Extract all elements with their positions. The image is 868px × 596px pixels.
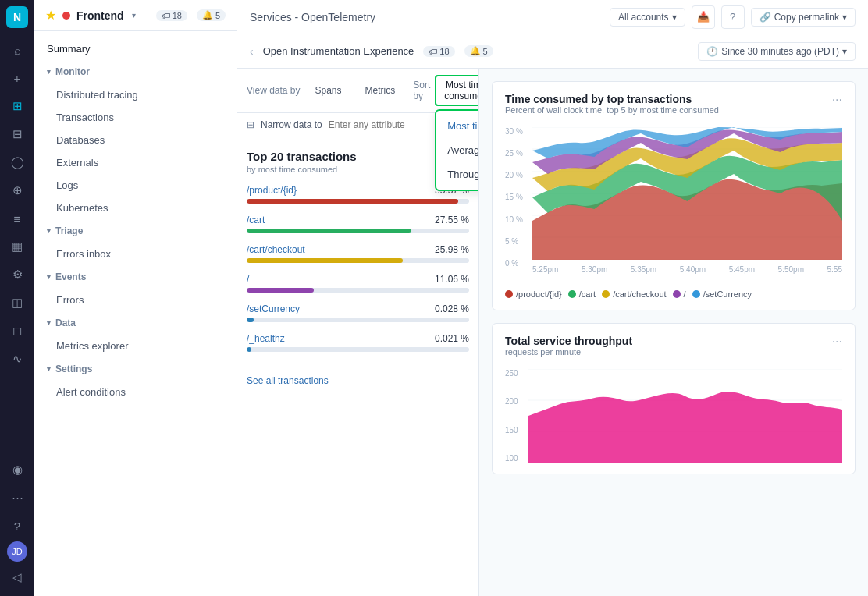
transactions-section: Top 20 transactions by most time consume…: [237, 137, 478, 596]
sort-option-avg-response[interactable]: Average response time: [436, 138, 479, 162]
collapse-settings-icon: ▾: [47, 365, 51, 373]
time-chart-svg: [532, 127, 842, 260]
throughput-svg: [528, 369, 842, 463]
sort-option-most-time[interactable]: Most time consumed: [436, 114, 479, 138]
sort-label: Sort by: [413, 80, 430, 101]
legend-dot-setcurrency: [692, 290, 700, 298]
breadcrumb-left-icon[interactable]: ‹: [250, 45, 254, 58]
sidebar-section-monitor[interactable]: ▾ Monitor: [34, 60, 237, 83]
transaction-row: /_healthz 0.021 %: [247, 333, 469, 352]
sort-section: Sort by Most time consumed ▾ Most time c…: [413, 75, 479, 106]
app-logo[interactable]: N: [6, 6, 28, 28]
collapse-data-icon: ▾: [47, 319, 51, 327]
throughput-more-icon[interactable]: ···: [832, 335, 842, 349]
transaction-row: /cart 27.55 %: [247, 215, 469, 233]
globe-icon[interactable]: ⊕: [5, 178, 30, 203]
sidebar-item-databases[interactable]: Databases: [34, 129, 237, 151]
inbox-icon-button[interactable]: 📥: [692, 5, 715, 29]
see-all-link[interactable]: See all transactions: [247, 375, 329, 386]
time-chart-title: Time consumed by top transactions: [505, 93, 719, 105]
nodes-icon[interactable]: ⋯: [5, 485, 30, 510]
sidebar-item-errors[interactable]: Errors: [34, 289, 237, 311]
transaction-name[interactable]: /product/{id}: [247, 185, 297, 196]
time-range-button[interactable]: 🕐 Since 30 minutes ago (PDT) ▾: [698, 42, 856, 61]
transaction-percent: 0.028 %: [435, 303, 469, 314]
transaction-bar: [247, 199, 458, 204]
line-chart-icon[interactable]: ∿: [5, 346, 30, 371]
narrow-label: Narrow data to: [261, 119, 322, 130]
legend-item-cart: /cart: [568, 289, 596, 299]
sidebar-item-metrics-explorer[interactable]: Metrics explorer: [34, 335, 237, 357]
icon-rail: N ⌕ + ⊞ ⊟ ◯ ⊕ ≡ ▦ ⚙ ◫ ◻ ∿ ◉ ⋯ ? JD ◁: [0, 0, 34, 596]
transaction-bar: [247, 258, 403, 263]
home-icon[interactable]: ⊞: [5, 94, 30, 119]
time-chart-legend: /product/{id} /cart /cart/checkout /: [505, 289, 842, 299]
sort-option-throughput[interactable]: Throughput: [436, 162, 479, 186]
stack-icon[interactable]: ≡: [5, 206, 30, 231]
transaction-list: /product/{id} 35.37 % /cart 27.55 % /car…: [247, 185, 469, 352]
sort-dropdown-menu: Most time consumed Average response time…: [435, 109, 479, 191]
sidebar: ★ Frontend ▾ 🏷 18 🔔 5 Summary ▾ Monitor …: [34, 0, 237, 596]
transaction-name[interactable]: /: [247, 274, 249, 285]
sidebar-item-alert-conditions[interactable]: Alert conditions: [34, 381, 237, 403]
avatar-icon[interactable]: JD: [7, 541, 27, 562]
transaction-name[interactable]: /cart/checkout: [247, 244, 305, 255]
add-icon[interactable]: +: [5, 66, 30, 90]
permalink-chevron-icon: ▾: [842, 12, 847, 23]
transaction-row: /setCurrency 0.028 %: [247, 303, 469, 322]
time-chart-y-labels: 30 % 25 % 20 % 15 % 10 % 5 % 0 %: [505, 127, 528, 268]
help-circle-icon-button[interactable]: ?: [721, 5, 745, 29]
help-icon[interactable]: ?: [5, 513, 30, 538]
sidebar-item-kubernetes[interactable]: Kubernetes: [34, 197, 237, 219]
main-content: Services - OpenTelemetry All accounts ▾ …: [237, 0, 868, 596]
accounts-chevron-icon: ▾: [672, 12, 677, 23]
service-name[interactable]: Frontend: [76, 9, 124, 22]
permalink-button[interactable]: 🔗 Copy permalink ▾: [751, 8, 856, 27]
sidebar-section-events[interactable]: ▾ Events: [34, 265, 237, 289]
sidebar-section-settings[interactable]: ▾ Settings: [34, 357, 237, 381]
sort-dropdown-button[interactable]: Most time consumed ▾: [435, 75, 479, 106]
sidebar-item-errors-inbox[interactable]: Errors inbox: [34, 243, 237, 265]
sidebar-item-externals[interactable]: Externals: [34, 151, 237, 174]
tag-icon: 🏷: [162, 11, 170, 20]
legend-item-cart-checkout: /cart/checkout: [602, 289, 666, 299]
sidebar-item-summary[interactable]: Summary: [34, 37, 237, 60]
transaction-name[interactable]: /cart: [247, 215, 265, 225]
grid-icon[interactable]: ⊟: [5, 122, 30, 147]
transaction-percent: 27.55 %: [435, 215, 469, 225]
transaction-bar-bg: [247, 199, 469, 204]
transaction-name[interactable]: /_healthz: [247, 333, 285, 344]
search-icon[interactable]: ⌕: [5, 37, 30, 62]
spans-tab-button[interactable]: Spans: [307, 81, 350, 100]
throughput-chart-area: 250 200 150 100: [505, 369, 842, 463]
metrics-tab-button[interactable]: Metrics: [357, 81, 404, 100]
time-chart-more-icon[interactable]: ···: [832, 93, 842, 107]
chart-icon[interactable]: ◫: [5, 290, 30, 315]
sidebar-item-logs[interactable]: Logs: [34, 174, 237, 197]
service-chevron-icon[interactable]: ▾: [132, 11, 136, 20]
clock-icon: 🕐: [706, 46, 718, 57]
sidebar-section-triage[interactable]: ▾ Triage: [34, 219, 237, 243]
collapse-events-icon: ▾: [47, 273, 51, 281]
throughput-chart-card: Total service throughput requests per mi…: [492, 323, 856, 474]
alert-badge-subheader: 🔔 5: [464, 45, 493, 57]
sidebar-section-data[interactable]: ▾ Data: [34, 311, 237, 335]
star-icon[interactable]: ★: [45, 8, 56, 23]
transaction-row: /cart/checkout 25.98 %: [247, 244, 469, 263]
transaction-name[interactable]: /setCurrency: [247, 303, 300, 314]
sidebar-item-transactions[interactable]: Transactions: [34, 106, 237, 129]
sort-current-label: Most time consumed: [444, 80, 479, 101]
page-title: Services - OpenTelemetry: [250, 11, 375, 23]
top-bar: Services - OpenTelemetry All accounts ▾ …: [237, 0, 868, 34]
collapse-rail-icon[interactable]: ◁: [5, 565, 30, 590]
file-icon[interactable]: ◻: [5, 318, 30, 343]
wrench-icon[interactable]: ⚙: [5, 262, 30, 287]
throughput-y-labels: 250 200 150 100: [505, 369, 528, 463]
bell-icon[interactable]: ◯: [5, 150, 30, 175]
layout-icon[interactable]: ▦: [5, 234, 30, 259]
sort-dropdown: Most time consumed ▾ Most time consumed …: [435, 75, 479, 106]
accounts-button[interactable]: All accounts ▾: [610, 8, 685, 27]
sidebar-item-distributed-tracing[interactable]: Distributed tracing: [34, 83, 237, 106]
user-circle-icon[interactable]: ◉: [5, 457, 30, 482]
view-data-label: View data by: [247, 85, 301, 96]
